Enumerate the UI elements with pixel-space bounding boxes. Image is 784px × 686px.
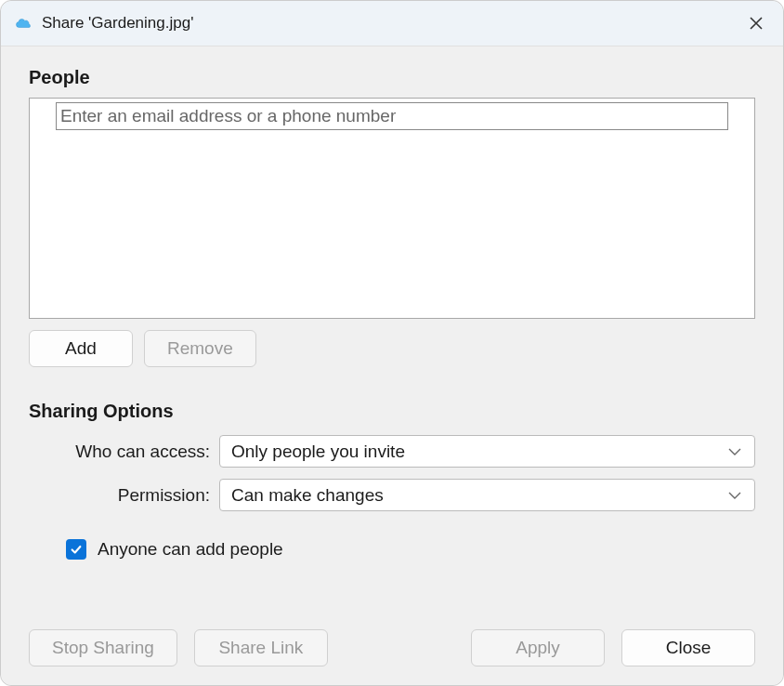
add-button[interactable]: Add [29, 330, 133, 367]
close-icon[interactable] [742, 9, 770, 37]
close-button[interactable]: Close [621, 629, 755, 666]
permission-select[interactable]: Can make changes [219, 479, 755, 511]
who-can-access-label: Who can access: [29, 442, 219, 462]
share-link-button[interactable]: Share Link [194, 629, 328, 666]
content: People Add Remove Sharing Options Who ca… [1, 46, 783, 685]
people-section-title: People [29, 67, 755, 88]
anyone-add-checkbox[interactable] [66, 539, 86, 560]
people-buttons: Add Remove [29, 330, 755, 367]
titlebar: Share 'Gardening.jpg' [1, 1, 783, 46]
stop-sharing-button[interactable]: Stop Sharing [29, 629, 177, 666]
cloud-icon [14, 14, 33, 33]
share-dialog: Share 'Gardening.jpg' People Add Remove … [0, 0, 784, 686]
people-input[interactable] [56, 102, 728, 130]
permission-row: Permission: Can make changes [29, 479, 755, 511]
people-list[interactable] [29, 98, 755, 319]
anyone-add-row: Anyone can add people [66, 539, 755, 560]
anyone-add-label: Anyone can add people [98, 539, 283, 560]
sharing-options-title: Sharing Options [29, 401, 755, 422]
footer: Stop Sharing Share Link Apply Close [29, 611, 755, 666]
who-can-access-row: Who can access: Only people you invite [29, 435, 755, 468]
permission-label: Permission: [29, 485, 219, 506]
remove-button[interactable]: Remove [144, 330, 256, 367]
window-title: Share 'Gardening.jpg' [42, 14, 742, 33]
apply-button[interactable]: Apply [471, 629, 605, 666]
who-can-access-select[interactable]: Only people you invite [219, 435, 755, 468]
